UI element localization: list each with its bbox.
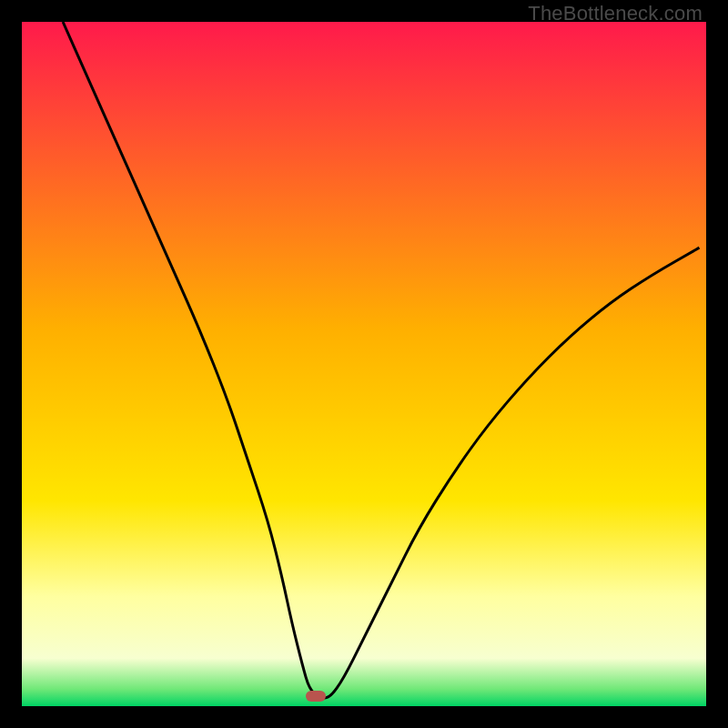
chart-background [22,22,706,706]
chart-frame [22,22,706,706]
chart-plot [22,22,706,706]
watermark-text: TheBottleneck.com [528,2,703,25]
optimal-point-marker [306,691,326,702]
